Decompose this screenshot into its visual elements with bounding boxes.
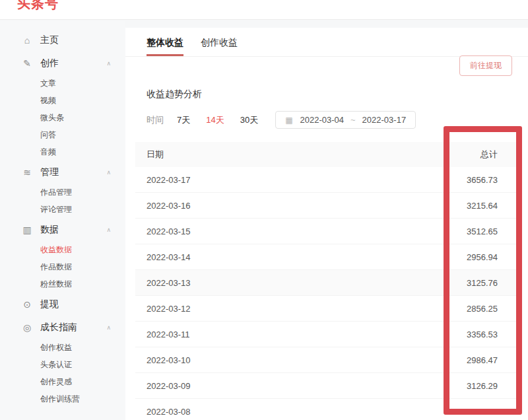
cell-date: 2022-03-13 [147, 278, 191, 288]
cell-total: 2856.25 [467, 304, 498, 314]
cell-date: 2022-03-15 [147, 227, 191, 236]
cell-total: 2986.47 [467, 355, 498, 365]
cell-date: 2022-03-12 [147, 304, 191, 314]
sidebar-item-label: 成长指南 [40, 322, 77, 333]
sidebar-subitem-作品数据[interactable]: 作品数据 [0, 258, 125, 275]
table-header: 日期 总计 [135, 142, 521, 167]
sidebar-subitem-创作灵感[interactable]: 创作灵感 [0, 373, 125, 390]
cell-total: 3125.76 [467, 278, 498, 288]
sidebar-item-growth[interactable]: ◎成长指南∧ [0, 316, 125, 339]
time-filter-label: 时间 [147, 114, 164, 126]
sidebar-item-create[interactable]: ✎创作∧ [0, 52, 125, 75]
sidebar-item-label: 数据 [40, 224, 59, 236]
cell-date: 2022-03-16 [147, 201, 191, 211]
table-row[interactable]: 2022-03-093126.29 [135, 373, 521, 399]
sidebar-subitem-评论管理[interactable]: 评论管理 [0, 201, 125, 218]
home-icon: ⌂ [21, 35, 33, 46]
sidebar-item-label: 管理 [40, 166, 59, 178]
table-row[interactable]: 2022-03-142956.94 [135, 244, 521, 270]
table-row[interactable]: 2022-03-133125.76 [135, 270, 521, 296]
go-withdraw-button[interactable]: 前往提现 [459, 55, 512, 76]
table-row[interactable]: 2022-03-083019.46 [135, 399, 521, 420]
date-end: 2022-03-17 [362, 115, 407, 125]
cell-date: 2022-03-10 [147, 355, 191, 365]
sidebar: ⌂主页✎创作∧文章视频微头条问答音频≋管理∧作品管理评论管理▥数据∧收益数据作品… [0, 20, 125, 420]
bar-chart-icon: ▥ [21, 225, 33, 235]
cell-total: 3215.64 [467, 201, 498, 211]
table-row[interactable]: 2022-03-113356.53 [135, 322, 521, 347]
cell-total: 2956.94 [467, 252, 498, 262]
cell-total: 3656.73 [467, 175, 498, 185]
cell-date: 2022-03-17 [147, 175, 191, 185]
sidebar-item-manage[interactable]: ≋管理∧ [0, 160, 125, 184]
calendar-icon: ▦ [285, 116, 292, 125]
filter-row: 时间 7天14天30天 ▦ 2022-03-04 ~ 2022-03-17 [147, 111, 528, 129]
table-row[interactable]: 2022-03-102986.47 [135, 347, 521, 373]
toutiao-logo[interactable]: 头条号 [17, 0, 59, 13]
sidebar-subitem-创作权益[interactable]: 创作权益 [0, 339, 125, 356]
sidebar-subitem-作品管理[interactable]: 作品管理 [0, 184, 125, 201]
chevron-up-icon: ∧ [106, 324, 111, 331]
cell-total: 3512.65 [467, 227, 498, 236]
sidebar-item-label: 提现 [40, 298, 59, 310]
sidebar-nav: ⌂主页✎创作∧文章视频微头条问答音频≋管理∧作品管理评论管理▥数据∧收益数据作品… [0, 28, 125, 407]
chevron-up-icon: ∧ [106, 169, 111, 176]
cell-total: 3019.46 [467, 407, 498, 417]
sidebar-item-data[interactable]: ▥数据∧ [0, 218, 125, 241]
compass-icon: ◎ [21, 322, 33, 333]
tab-创作收益[interactable]: 创作收益 [201, 37, 238, 56]
pencil-icon: ✎ [21, 58, 33, 69]
cell-date: 2022-03-08 [147, 407, 191, 417]
sidebar-item-label: 主页 [40, 34, 59, 46]
cell-total: 3356.53 [467, 330, 498, 339]
sidebar-subitem-音频[interactable]: 音频 [0, 143, 125, 160]
cell-date: 2022-03-11 [147, 330, 190, 339]
sidebar-subitem-头条认证[interactable]: 头条认证 [0, 356, 125, 373]
cell-total: 3126.29 [467, 381, 498, 391]
sidebar-item-label: 创作 [40, 57, 59, 69]
section-title: 收益趋势分析 [147, 88, 528, 100]
layers-icon: ≋ [21, 167, 33, 178]
sidebar-subitem-收益数据[interactable]: 收益数据 [0, 241, 125, 258]
sidebar-subitem-视频[interactable]: 视频 [0, 92, 125, 109]
earnings-table-body: 2022-03-173656.732022-03-163215.642022-0… [135, 167, 521, 420]
tab-整体收益[interactable]: 整体收益 [147, 37, 183, 56]
range-option-7天[interactable]: 7天 [177, 114, 190, 126]
cell-date: 2022-03-09 [147, 381, 191, 391]
top-header: 头条号 [0, 0, 528, 20]
main-content: 收益趋势分析 时间 7天14天30天 ▦ 2022-03-04 ~ 2022-0… [125, 57, 528, 420]
cell-date: 2022-03-14 [147, 252, 191, 262]
coin-icon: ⊙ [21, 299, 33, 310]
table-row[interactable]: 2022-03-173656.73 [135, 167, 521, 193]
sidebar-subitem-问答[interactable]: 问答 [0, 126, 125, 143]
column-header-total: 总计 [480, 149, 498, 160]
table-row[interactable]: 2022-03-122856.25 [135, 296, 521, 322]
date-start: 2022-03-04 [300, 115, 345, 125]
table-row[interactable]: 2022-03-163215.64 [135, 193, 521, 219]
table-row[interactable]: 2022-03-153512.65 [135, 219, 521, 244]
main-panel: 整体收益创作收益 前往提现 收益趋势分析 时间 7天14天30天 ▦ 2022-… [125, 28, 528, 420]
sidebar-item-withdraw[interactable]: ⊙提现 [0, 293, 125, 316]
column-header-date: 日期 [147, 149, 164, 160]
range-options: 7天14天30天 [177, 114, 274, 126]
chevron-up-icon: ∧ [106, 227, 111, 233]
sidebar-subitem-粉丝数据[interactable]: 粉丝数据 [0, 275, 125, 293]
range-option-30天[interactable]: 30天 [240, 114, 258, 126]
sidebar-subitem-文章[interactable]: 文章 [0, 75, 125, 92]
range-option-14天[interactable]: 14天 [206, 114, 224, 126]
revenue-tabbar: 整体收益创作收益 [125, 28, 528, 57]
sidebar-subitem-微头条[interactable]: 微头条 [0, 109, 125, 126]
earnings-table: 日期 总计 2022-03-173656.732022-03-163215.64… [135, 142, 521, 420]
date-range-picker[interactable]: ▦ 2022-03-04 ~ 2022-03-17 [275, 111, 416, 129]
sidebar-item-home[interactable]: ⌂主页 [0, 28, 125, 52]
sidebar-subitem-创作训练营[interactable]: 创作训练营 [0, 390, 125, 407]
chevron-up-icon: ∧ [106, 60, 111, 67]
date-separator: ~ [350, 115, 356, 125]
